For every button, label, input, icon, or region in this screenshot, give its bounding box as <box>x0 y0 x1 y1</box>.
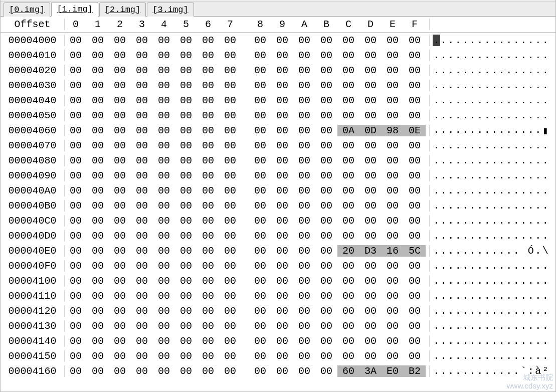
hex-byte[interactable]: 00 <box>293 80 315 91</box>
hex-byte[interactable]: 00 <box>219 95 241 106</box>
ascii-char[interactable]: . <box>433 110 440 121</box>
hex-byte[interactable]: 00 <box>359 170 382 181</box>
hex-byte[interactable]: 00 <box>131 35 153 46</box>
hex-byte[interactable]: 00 <box>271 80 293 91</box>
ascii-char[interactable]: . <box>433 35 440 46</box>
ascii-char[interactable]: . <box>455 290 462 302</box>
hex-row[interactable]: 0000407000000000000000000000000000000000… <box>1 138 555 153</box>
ascii-char[interactable]: . <box>440 290 448 302</box>
hex-byte[interactable]: 00 <box>293 140 315 151</box>
ascii-char[interactable]: . <box>469 155 477 166</box>
hex-byte[interactable]: 00 <box>359 290 382 302</box>
ascii-char[interactable]: . <box>520 140 527 151</box>
ascii-char[interactable]: . <box>534 260 542 272</box>
hex-byte[interactable]: 00 <box>249 110 271 121</box>
hex-byte[interactable]: 00 <box>87 35 109 46</box>
ascii-char[interactable]: . <box>447 230 455 242</box>
ascii-char[interactable]: . <box>542 35 549 46</box>
ascii-char[interactable]: . <box>484 185 491 197</box>
hex-byte[interactable]: 00 <box>131 275 153 287</box>
ascii-char[interactable]: . <box>447 185 455 197</box>
hex-byte[interactable]: 00 <box>109 290 131 302</box>
hex-byte[interactable]: 00 <box>315 245 337 257</box>
hex-byte[interactable]: 00 <box>315 125 337 136</box>
hex-byte[interactable]: 00 <box>359 305 382 317</box>
ascii-char[interactable]: . <box>476 305 484 317</box>
ascii-char[interactable]: . <box>505 35 513 46</box>
ascii-char[interactable]: . <box>513 200 520 212</box>
hex-byte[interactable]: 00 <box>175 35 197 46</box>
hex-byte[interactable]: 00 <box>65 305 87 317</box>
hex-byte[interactable]: 00 <box>131 290 153 302</box>
hex-byte[interactable]: 00 <box>175 230 197 242</box>
ascii-char[interactable]: . <box>440 95 448 106</box>
hex-byte[interactable]: 00 <box>109 320 131 332</box>
hex-byte[interactable]: 00 <box>131 110 153 121</box>
ascii-cell[interactable]: ................ <box>430 290 555 302</box>
ascii-char[interactable]: . <box>527 80 535 91</box>
ascii-char[interactable]: . <box>440 155 448 166</box>
ascii-char[interactable]: . <box>534 200 542 212</box>
hex-byte[interactable]: 00 <box>131 305 153 317</box>
hex-byte[interactable]: 00 <box>219 260 241 272</box>
ascii-char[interactable]: . <box>433 275 440 287</box>
ascii-char[interactable]: . <box>520 230 527 242</box>
ascii-char[interactable]: . <box>440 200 448 212</box>
hex-byte[interactable]: 00 <box>153 170 175 181</box>
hex-byte[interactable]: 00 <box>404 95 426 106</box>
ascii-char[interactable]: . <box>455 365 462 377</box>
ascii-char[interactable]: . <box>542 185 549 197</box>
ascii-char[interactable]: . <box>542 155 549 166</box>
hex-byte[interactable]: 00 <box>197 290 219 302</box>
hex-byte[interactable]: 00 <box>359 185 382 197</box>
ascii-char[interactable]: . <box>462 260 469 272</box>
hex-byte[interactable]: 00 <box>153 260 175 272</box>
hex-byte[interactable]: 00 <box>219 290 241 302</box>
hex-byte[interactable]: 00 <box>87 80 109 91</box>
ascii-char[interactable]: . <box>520 305 527 317</box>
hex-byte[interactable]: 00 <box>315 305 337 317</box>
hex-byte[interactable]: 00 <box>131 365 153 377</box>
ascii-char[interactable]: . <box>491 245 498 257</box>
ascii-char[interactable]: . <box>498 35 506 46</box>
tab-2[interactable]: [2.img] <box>99 3 146 17</box>
ascii-char[interactable]: . <box>440 110 448 121</box>
ascii-char[interactable]: . <box>440 230 448 242</box>
ascii-char[interactable]: . <box>542 200 549 212</box>
ascii-char[interactable]: . <box>484 170 491 181</box>
ascii-char[interactable]: . <box>513 245 520 257</box>
hex-byte[interactable]: 00 <box>337 35 359 46</box>
ascii-char[interactable]: . <box>491 185 498 197</box>
ascii-char[interactable]: . <box>469 365 477 377</box>
hex-byte[interactable]: 00 <box>249 305 271 317</box>
hex-byte[interactable]: 00 <box>293 245 315 257</box>
ascii-char[interactable]: . <box>455 124 462 137</box>
hex-byte[interactable]: 00 <box>293 170 315 181</box>
ascii-char[interactable]: . <box>447 95 455 106</box>
hex-byte[interactable]: 00 <box>271 35 293 46</box>
ascii-char[interactable]: . <box>513 80 520 91</box>
hex-byte[interactable]: 00 <box>175 335 197 347</box>
ascii-char[interactable]: . <box>542 305 549 317</box>
ascii-cell[interactable]: ................ <box>430 110 555 121</box>
hex-byte[interactable]: 00 <box>249 35 271 46</box>
ascii-char[interactable]: . <box>527 185 535 197</box>
hex-byte[interactable]: 00 <box>315 50 337 61</box>
ascii-char[interactable]: . <box>542 110 549 121</box>
ascii-char[interactable]: . <box>498 50 506 61</box>
hex-byte[interactable]: 00 <box>175 140 197 151</box>
hex-byte[interactable]: 00 <box>65 260 87 272</box>
hex-byte[interactable]: 00 <box>293 365 315 377</box>
hex-byte[interactable]: 00 <box>219 245 241 257</box>
ascii-char[interactable]: . <box>469 80 477 91</box>
hex-byte[interactable]: 00 <box>109 200 131 212</box>
hex-byte[interactable]: 00 <box>271 365 293 377</box>
ascii-char[interactable]: . <box>527 95 535 106</box>
ascii-char[interactable]: . <box>484 200 491 212</box>
ascii-char[interactable]: . <box>513 350 520 362</box>
ascii-cell[interactable]: ................ <box>430 185 555 197</box>
ascii-char[interactable]: . <box>534 305 542 317</box>
ascii-char[interactable]: . <box>513 305 520 317</box>
hex-byte[interactable]: 00 <box>315 335 337 347</box>
ascii-char[interactable]: . <box>455 245 462 257</box>
